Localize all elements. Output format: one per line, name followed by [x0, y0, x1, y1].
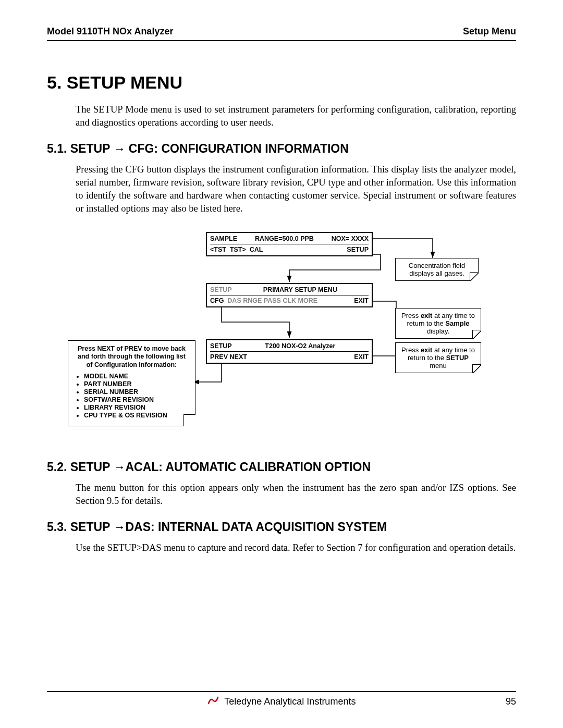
- header-right: Setup Menu: [463, 26, 516, 37]
- page-title: 5. SETUP MENU: [47, 72, 516, 93]
- screen-sample: SAMPLE RANGE=500.0 PPB NOX= XXXX <TST TS…: [206, 232, 373, 256]
- note3-d: SETUP: [446, 354, 469, 362]
- screen-primary-setup: SETUP PRIMARY SETUP MENU CFG DAS RNGE PA…: [206, 283, 373, 307]
- section-5-2-heading: 5.2. SETUP →ACAL: AUTOMATIC CALIBRATION …: [47, 460, 516, 474]
- screen1-btn-tst-next: TST>: [230, 246, 246, 253]
- screen2-btn-cfg: CFG: [210, 297, 224, 304]
- screen3-btn-prev: PREV: [210, 353, 228, 361]
- screen1-btn-tst-prev: <TST: [210, 246, 226, 253]
- note2-b: exit: [421, 312, 432, 319]
- note-exit-setup: Press exit at any time to return to the …: [395, 342, 481, 373]
- screen1-center: RANGE=500.0 PPB: [255, 235, 314, 242]
- screen3-btn-exit: EXIT: [354, 353, 369, 361]
- section-5-3-heading: 5.3. SETUP →DAS: INTERNAL DATA ACQUISITI…: [47, 520, 516, 534]
- note-concentration: Concentration field displays all gases.: [395, 258, 479, 281]
- page-header: Model 9110TH NOx Analyzer Setup Menu: [47, 26, 516, 41]
- screen1-left: SAMPLE: [210, 235, 237, 242]
- screen-t200: SETUP T200 NOX-O2 Analyzer PREV NEXT EXI…: [206, 339, 373, 364]
- info-item: CPU TYPE & OS REVISION: [84, 412, 188, 419]
- info-item: SERIAL NUMBER: [84, 388, 188, 396]
- header-left: Model 9110TH NOx Analyzer: [47, 26, 173, 37]
- config-info-header: Press NEXT of PREV to move back and fort…: [76, 345, 188, 369]
- section-5-1-heading: 5.1. SETUP → CFG: CONFIGURATION INFORMAT…: [47, 142, 516, 156]
- config-info-items: MODEL NAME PART NUMBER SERIAL NUMBER SOF…: [76, 373, 188, 419]
- screen2-center: PRIMARY SETUP MENU: [232, 286, 369, 293]
- note3-e: menu: [430, 362, 447, 369]
- screen2-left: SETUP: [210, 286, 232, 293]
- screen1-right: NOX= XXXX: [332, 235, 369, 242]
- note-exit-sample: Press exit at any time to return to the …: [395, 308, 481, 339]
- page-footer: Teledyne Analytical Instruments 95: [47, 691, 516, 707]
- screen2-btn-exit: EXIT: [354, 297, 369, 304]
- intro-paragraph: The SETUP Mode menu is used to set instr…: [47, 103, 516, 129]
- screen1-btn-setup: SETUP: [347, 246, 369, 253]
- note-concentration-text: Concentration field displays all gases.: [409, 262, 465, 277]
- screen3-center: T200 NOX-O2 Analyzer: [232, 342, 369, 350]
- info-item: PART NUMBER: [84, 380, 188, 388]
- note2-d: Sample: [445, 319, 469, 327]
- note3-b: exit: [421, 346, 432, 354]
- note3-a: Press: [401, 346, 421, 354]
- menu-flow-diagram: SAMPLE RANGE=500.0 PPB NOX= XXXX <TST TS…: [68, 231, 495, 439]
- page: Model 9110TH NOx Analyzer Setup Menu 5. …: [0, 0, 563, 728]
- footer-company: Teledyne Analytical Instruments: [224, 696, 356, 707]
- screen1-btn-cal: CAL: [250, 246, 263, 253]
- section-5-2-body: The menu button for this option appears …: [47, 482, 516, 508]
- section-5-3-body: Use the SETUP>DAS menu to capture and re…: [47, 541, 516, 554]
- info-item: MODEL NAME: [84, 373, 188, 380]
- section-5-1-body: Pressing the CFG button displays the ins…: [47, 163, 516, 215]
- screen3-left: SETUP: [210, 342, 232, 350]
- note2-a: Press: [401, 312, 421, 319]
- footer-center: Teledyne Analytical Instruments: [47, 696, 516, 708]
- config-info-list: Press NEXT of PREV to move back and fort…: [68, 340, 195, 426]
- screen2-faded-btns: DAS RNGE PASS CLK MORE: [227, 297, 317, 304]
- info-item: LIBRARY REVISION: [84, 404, 188, 411]
- info-item: SOFTWARE REVISION: [84, 396, 188, 403]
- teledyne-logo-icon: [207, 696, 219, 707]
- note2-e: display.: [427, 327, 449, 335]
- screen3-btn-next: NEXT: [230, 353, 247, 361]
